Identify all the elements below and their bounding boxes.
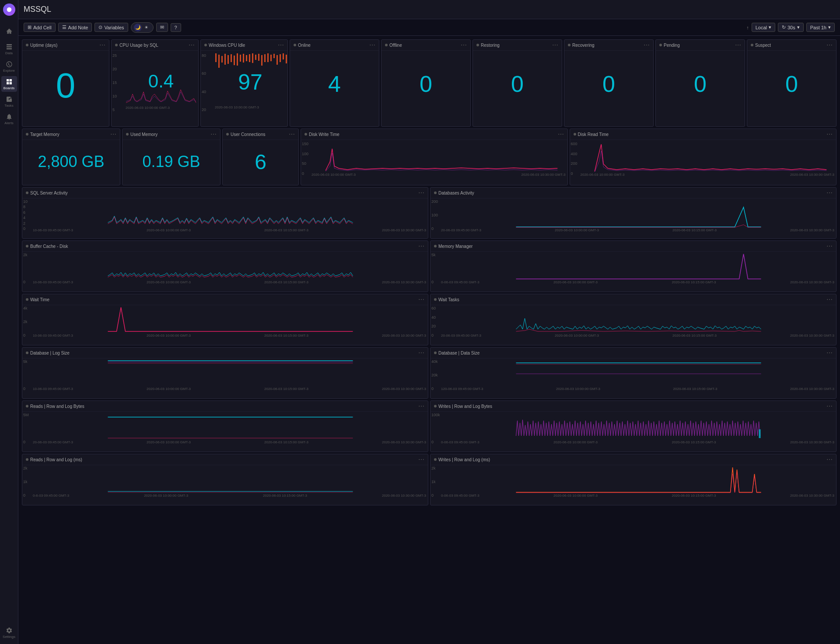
disk-write-title: Disk Write Time bbox=[309, 132, 340, 137]
icon-btn-1[interactable]: ✉ bbox=[156, 23, 168, 32]
writes-bytes-menu[interactable]: ⋯ bbox=[826, 403, 833, 410]
reads-ms-menu[interactable]: ⋯ bbox=[418, 456, 424, 463]
writes-bytes-title: Writes | Row and Log Bytes bbox=[438, 404, 492, 409]
sidebar-item-settings[interactable]: Settings bbox=[1, 625, 17, 641]
windows-cpu-menu[interactable]: ⋯ bbox=[278, 42, 284, 49]
sidebar-item-home[interactable] bbox=[1, 24, 17, 39]
writes-ms-title: Writes | Row and Log (ms) bbox=[438, 457, 490, 462]
variables-label: Variables bbox=[104, 25, 124, 30]
online-panel: Online ⋯ 4 bbox=[290, 39, 379, 127]
target-memory-menu[interactable]: ⋯ bbox=[110, 131, 116, 138]
pending-title: Pending bbox=[664, 43, 680, 48]
sidebar-label-boards: Boards bbox=[4, 86, 14, 90]
theme-toggle[interactable]: 🌙 ☀ bbox=[131, 22, 154, 33]
memory-row: Target Memory ⋯ 2,800 GB Used Memory ⋯ 0… bbox=[22, 129, 836, 185]
add-cell-label: Add Cell bbox=[33, 25, 52, 30]
interval-label: 30s bbox=[788, 25, 795, 30]
sql-activity-header: SQL Server Activity ⋯ bbox=[22, 188, 428, 198]
offline-title: Offline bbox=[389, 43, 402, 48]
wait-tasks-panel: Wait Tasks ⋯ 60 40 20 0 20-06-0 bbox=[430, 294, 836, 345]
online-value: 4 bbox=[328, 69, 341, 99]
sidebar-label-alerts: Alerts bbox=[4, 121, 13, 125]
pending-menu[interactable]: ⋯ bbox=[735, 42, 741, 49]
wait-tasks-title: Wait Tasks bbox=[438, 297, 459, 302]
sidebar-item-alerts[interactable]: Alerts bbox=[1, 111, 17, 127]
add-note-label: Add Note bbox=[68, 25, 88, 30]
db-log-size-menu[interactable]: ⋯ bbox=[418, 349, 424, 356]
activity-row: SQL Server Activity ⋯ 10 8 6 4 2 0 bbox=[22, 187, 836, 239]
db-data-size-menu[interactable]: ⋯ bbox=[826, 349, 833, 356]
used-memory-menu[interactable]: ⋯ bbox=[210, 131, 217, 138]
add-cell-button[interactable]: ⊞ Add Cell bbox=[24, 23, 56, 32]
refresh-select[interactable]: ↻ 30s ▾ bbox=[778, 23, 804, 32]
light-theme-btn[interactable]: ☀ bbox=[143, 24, 150, 31]
suspect-panel: Suspect ⋯ 0 bbox=[747, 39, 836, 127]
windows-cpu-panel: Windows CPU Idle ⋯ 80 60 40 20 97 bbox=[200, 39, 288, 127]
svg-rect-20 bbox=[267, 53, 269, 62]
db-log-size-header: Database | Log Size ⋯ bbox=[22, 348, 428, 359]
memory-manager-menu[interactable]: ⋯ bbox=[826, 243, 833, 250]
user-connections-menu[interactable]: ⋯ bbox=[289, 131, 295, 138]
rw-bytes-row: Reads | Row and Log Bytes ⋯ 5M 0 20-06-0… bbox=[22, 400, 836, 452]
db-activity-panel: Databases Activity ⋯ 200 100 0 bbox=[430, 187, 836, 239]
recovering-value: 0 bbox=[602, 69, 615, 99]
svg-rect-24 bbox=[280, 54, 281, 62]
target-memory-header: Target Memory ⋯ bbox=[22, 129, 120, 140]
writes-bytes-header: Writes | Row and Log Bytes ⋯ bbox=[430, 401, 836, 412]
online-header: Online ⋯ bbox=[290, 40, 379, 51]
wait-tasks-menu[interactable]: ⋯ bbox=[826, 296, 833, 303]
db-size-row: Database | Log Size ⋯ 5k 0 10 bbox=[22, 347, 836, 399]
time-range-select[interactable]: Past 1h ▾ bbox=[806, 23, 835, 32]
cpu-usage-menu[interactable]: ⋯ bbox=[189, 42, 195, 49]
suspect-menu[interactable]: ⋯ bbox=[826, 42, 833, 49]
variables-button[interactable]: ⊙ Variables bbox=[94, 23, 128, 32]
add-note-button[interactable]: ☰ Add Note bbox=[58, 23, 92, 32]
offline-menu[interactable]: ⋯ bbox=[461, 42, 467, 49]
sidebar-item-data[interactable]: Data bbox=[1, 41, 17, 57]
svg-rect-14 bbox=[249, 54, 250, 62]
writes-ms-menu[interactable]: ⋯ bbox=[826, 456, 833, 463]
cpu-usage-header: CPU Usage by SQL ⋯ bbox=[112, 40, 198, 51]
disk-write-menu[interactable]: ⋯ bbox=[558, 131, 564, 138]
note-icon: ☰ bbox=[62, 24, 66, 30]
offline-panel: Offline ⋯ 0 bbox=[381, 39, 471, 127]
dark-theme-btn[interactable]: 🌙 bbox=[134, 24, 142, 31]
sidebar-item-tasks[interactable]: Tasks bbox=[1, 94, 17, 109]
reads-bytes-menu[interactable]: ⋯ bbox=[418, 403, 424, 410]
user-connections-panel: User Connections ⋯ 6 bbox=[222, 129, 299, 185]
online-menu[interactable]: ⋯ bbox=[369, 42, 375, 49]
uptime-panel: Uptime (days) ⋯ 0 bbox=[22, 39, 109, 127]
svg-rect-23 bbox=[276, 55, 278, 65]
local-select[interactable]: Local ▾ bbox=[752, 23, 775, 32]
svg-rect-18 bbox=[261, 55, 262, 66]
sidebar-item-explore[interactable]: Explore bbox=[1, 59, 17, 74]
reads-bytes-header: Reads | Row and Log Bytes ⋯ bbox=[22, 401, 428, 412]
disk-read-menu[interactable]: ⋯ bbox=[826, 131, 833, 138]
stats-row: Uptime (days) ⋯ 0 CPU Usage by SQL ⋯ 25 bbox=[22, 39, 836, 127]
svg-rect-25 bbox=[283, 53, 284, 59]
pending-header: Pending ⋯ bbox=[656, 40, 745, 51]
wait-time-menu[interactable]: ⋯ bbox=[418, 296, 424, 303]
help-button[interactable]: ? bbox=[171, 23, 181, 32]
sidebar-item-boards[interactable]: Boards bbox=[1, 76, 17, 92]
recovering-menu[interactable]: ⋯ bbox=[644, 42, 650, 49]
db-activity-menu[interactable]: ⋯ bbox=[826, 189, 833, 196]
disk-write-header: Disk Write Time ⋯ bbox=[301, 129, 567, 140]
suspect-title: Suspect bbox=[755, 43, 771, 48]
buffer-cache-menu[interactable]: ⋯ bbox=[418, 243, 424, 250]
db-log-size-title: Database | Log Size bbox=[30, 351, 70, 355]
pending-value: 0 bbox=[694, 69, 707, 99]
uptime-title: Uptime (days) bbox=[30, 43, 57, 48]
svg-rect-9 bbox=[234, 56, 235, 65]
reads-ms-panel: Reads | Row and Log (ms) ⋯ 2k 1k 0 0-6-0… bbox=[22, 454, 428, 505]
svg-rect-17 bbox=[258, 54, 259, 61]
uptime-menu[interactable]: ⋯ bbox=[99, 42, 105, 49]
memory-manager-header: Memory Manager ⋯ bbox=[430, 241, 836, 252]
wait-tasks-header: Wait Tasks ⋯ bbox=[430, 294, 836, 305]
offline-value: 0 bbox=[420, 69, 432, 99]
sql-activity-menu[interactable]: ⋯ bbox=[418, 189, 424, 196]
restoring-menu[interactable]: ⋯ bbox=[552, 42, 558, 49]
sidebar: Data Explore Boards Tasks Alerts Setting… bbox=[0, 0, 18, 644]
db-data-size-header: Database | Data Size ⋯ bbox=[430, 348, 836, 359]
svg-rect-16 bbox=[255, 55, 256, 60]
